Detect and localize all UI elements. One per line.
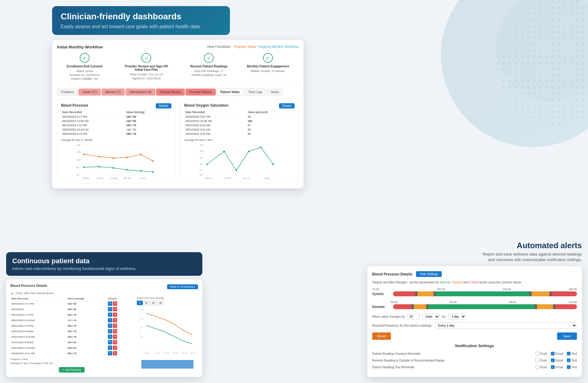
alerts-card-title: Blood Pressure Details (372, 272, 412, 276)
text-checkbox-2[interactable]: ✓ (567, 358, 571, 362)
delete-icon[interactable]: ✕ (113, 301, 117, 306)
edit-icon[interactable]: ✎ (108, 346, 112, 350)
edit-icon[interactable]: ✎ (108, 318, 112, 322)
svg-point-48 (260, 146, 262, 148)
chart-ctrl-h[interactable]: H (137, 301, 143, 305)
email-checkbox-3[interactable]: ✓ (551, 365, 555, 369)
text-checkbox-3[interactable]: ✓ (567, 365, 571, 369)
notif-options-3: Push ✓ Email ✓ Text (536, 365, 577, 369)
systolic-range-bar[interactable] (393, 291, 577, 296)
edit-icon[interactable]: ✎ (108, 335, 112, 339)
delete-icon[interactable]: ✕ (113, 307, 117, 311)
systolic-thumb-1[interactable] (415, 291, 418, 296)
reset-button[interactable]: Reset (372, 332, 391, 340)
email-checkbox-1[interactable]: ✓ (551, 352, 555, 355)
notif-text-3[interactable]: ✓ Text (567, 365, 577, 369)
table-row: 06/19/2023 12:00 AM140 / 50 (61, 119, 171, 123)
svg-point-16 (99, 156, 100, 157)
program-setup-link[interactable]: Program Setup (234, 45, 256, 48)
notif-email-2[interactable]: ✓ Email (551, 358, 563, 362)
notif-push-2[interactable]: Push (536, 358, 547, 362)
delete-icon[interactable]: ✕ (113, 346, 117, 350)
tab-interventions[interactable]: Interventions (8) (125, 89, 155, 96)
table-row: 05/01/2023 8:35 AM 140 / 75 ✎✕ (10, 328, 133, 334)
hide-settings-button[interactable]: Hide Settings (416, 271, 441, 277)
svg-text:98: 98 (200, 163, 202, 165)
chart-ctrl-m[interactable]: M (157, 301, 164, 305)
save-button[interactable]: Save (557, 332, 577, 340)
systolic-thumb-2[interactable] (433, 291, 436, 296)
delete-icon[interactable]: ✕ (113, 329, 117, 333)
edit-icon[interactable]: ✎ (108, 329, 112, 333)
edit-icon[interactable]: ✎ (108, 301, 112, 306)
text-checkbox-1[interactable]: ✓ (567, 352, 571, 355)
push-checkbox-2[interactable] (536, 358, 539, 362)
svg-text:97: 97 (200, 169, 202, 172)
edit-icon[interactable]: ✎ (108, 340, 112, 344)
bos-col-value: Value (percent) (246, 110, 295, 115)
pd-bar-chart: 02 Jun 04 Jun 08 Jun 10 Jun 16 Jun (137, 358, 198, 371)
bos-details-button[interactable]: Details (279, 103, 295, 108)
delete-icon[interactable]: ✕ (113, 324, 117, 328)
systolic-thumb-4[interactable] (549, 291, 552, 296)
edit-icon[interactable]: ✎ (108, 351, 112, 355)
bp-details-button[interactable]: Details (156, 103, 171, 108)
notif-email-3[interactable]: ✓ Email (551, 365, 563, 369)
notif-push-1[interactable]: Push (536, 352, 547, 355)
tab-patient-vitals[interactable]: Patient Vitals (216, 89, 244, 96)
duration-select[interactable]: 1 day (448, 313, 466, 320)
edit-icon[interactable]: ✎ (108, 307, 112, 311)
delete-icon[interactable]: ✕ (113, 318, 117, 322)
tab-problems[interactable]: Problems (57, 89, 78, 96)
edit-icon[interactable]: ✎ (108, 313, 112, 317)
systolic-thumb-3[interactable] (529, 291, 532, 296)
delete-icon[interactable]: ✕ (113, 351, 117, 355)
dashboard-card: Initial Monthly Workflow View Checklists… (52, 40, 304, 188)
delete-icon[interactable]: ✕ (113, 340, 117, 344)
bottom-right-section: Automated alerts Report and track wellne… (367, 241, 582, 377)
pd-add-reading-button[interactable]: + Add Reading (59, 367, 84, 373)
delete-icon[interactable]: ✕ (113, 313, 117, 317)
tab-time-logs[interactable]: Time Logs (244, 89, 266, 96)
frequency-label: Required frequency for this device readi… (372, 324, 432, 327)
table-row: 06/02/2023 10:29 AM 135 / 60 ✎✕ (10, 317, 133, 323)
diastolic-thumb-3[interactable] (535, 304, 537, 309)
diastolic-thumb-2[interactable] (426, 304, 429, 309)
continuous-data-box: Continuous patient data Inform care inte… (6, 252, 202, 276)
email-checkbox-2[interactable]: ✓ (551, 358, 555, 362)
units-select[interactable]: Units (422, 313, 440, 320)
tab-notes[interactable]: Notes (267, 89, 283, 96)
diastolic-range-labels: 50.00 60.00 90.00 100.00 (372, 301, 577, 304)
notif-push-3[interactable]: Push (536, 365, 547, 369)
dashboard-tabs: Problems Goals (17) Barriers (7) Interve… (57, 89, 299, 96)
svg-text:Apr '23: Apr '23 (242, 177, 249, 180)
notif-email-1[interactable]: ✓ Email (551, 352, 563, 355)
continuous-data-title: Continuous patient data (12, 257, 196, 265)
tab-provider-review[interactable]: Provider Review (185, 89, 216, 96)
notif-text-1[interactable]: ✓ Text (567, 352, 577, 355)
when-value-input[interactable] (407, 314, 420, 320)
pd-col-value: Value (mmHg) (67, 297, 107, 301)
tab-clinical-review[interactable]: Clinical Review (156, 89, 185, 96)
notif-text-2[interactable]: ✓ Text (567, 358, 577, 362)
push-checkbox-1[interactable] (536, 352, 539, 355)
frequency-select[interactable]: Every 1 day (435, 322, 577, 329)
diastolic-thumb-1[interactable] (411, 304, 414, 309)
table-row: 06/02/2023 10:29 AM135 / 60 (61, 127, 171, 132)
diastolic-range-bar[interactable] (393, 304, 577, 309)
svg-point-25 (140, 170, 142, 172)
diastolic-thumb-4[interactable] (553, 304, 556, 309)
ongoing-monthly-link[interactable]: Ongoing Monthly Workflow (258, 45, 299, 48)
push-checkbox-3[interactable] (536, 365, 539, 369)
table-row: 04/23/2023 9:39 AM 134 / 81 ✎✕ (10, 339, 133, 345)
table-row: 03/27/2023 9:22 AM97 (184, 123, 295, 127)
edit-icon[interactable]: ✎ (108, 324, 112, 328)
pd-pagination[interactable]: Previous 1 Next (10, 358, 133, 361)
tab-goals[interactable]: Goals (17) (78, 89, 101, 96)
bos-col-date: Date Recorded (184, 110, 246, 115)
chart-ctrl-d[interactable]: D (143, 301, 150, 305)
pd-back-button[interactable]: Back to All Numbers (167, 284, 198, 289)
tab-barriers[interactable]: Barriers (7) (101, 89, 125, 96)
delete-icon[interactable]: ✕ (113, 335, 117, 339)
chart-ctrl-w[interactable]: W (150, 301, 157, 305)
